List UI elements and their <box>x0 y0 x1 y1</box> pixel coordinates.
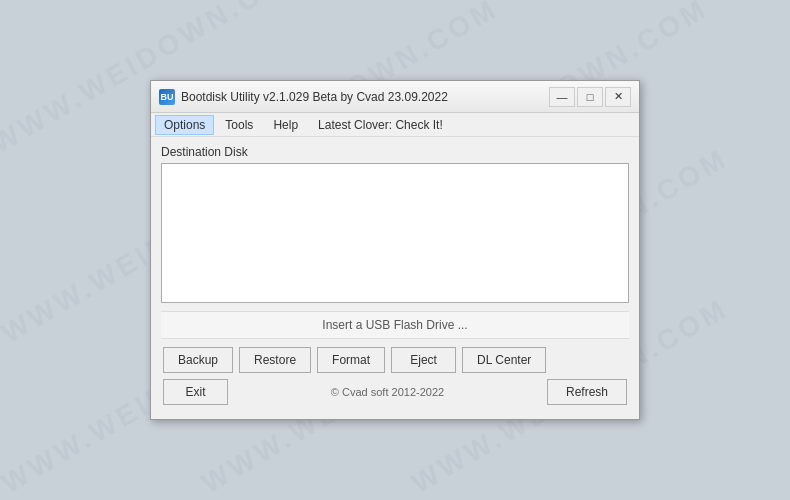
button-row-1: Backup Restore Format Eject DL Center <box>161 347 629 373</box>
copyright-text: © Cvad soft 2012-2022 <box>234 386 541 398</box>
refresh-button[interactable]: Refresh <box>547 379 627 405</box>
disk-section-label: Destination Disk <box>161 145 629 159</box>
dl-center-button[interactable]: DL Center <box>462 347 546 373</box>
menu-bar: Options Tools Help Latest Clover: Check … <box>151 113 639 137</box>
backup-button[interactable]: Backup <box>163 347 233 373</box>
app-icon: BU <box>159 89 175 105</box>
minimize-button[interactable]: — <box>549 87 575 107</box>
restore-button[interactable]: Restore <box>239 347 311 373</box>
format-button[interactable]: Format <box>317 347 385 373</box>
menu-item-tools[interactable]: Tools <box>216 115 262 135</box>
menu-item-help[interactable]: Help <box>264 115 307 135</box>
window-title: Bootdisk Utility v2.1.029 Beta by Cvad 2… <box>181 90 448 104</box>
close-button[interactable]: ✕ <box>605 87 631 107</box>
eject-button[interactable]: Eject <box>391 347 456 373</box>
insert-label: Insert a USB Flash Drive ... <box>161 311 629 339</box>
disk-list-box[interactable] <box>161 163 629 303</box>
exit-button[interactable]: Exit <box>163 379 228 405</box>
menu-item-options[interactable]: Options <box>155 115 214 135</box>
content-area: Destination Disk Insert a USB Flash Driv… <box>151 137 639 419</box>
app-window: BU Bootdisk Utility v2.1.029 Beta by Cva… <box>150 80 640 420</box>
title-bar: BU Bootdisk Utility v2.1.029 Beta by Cva… <box>151 81 639 113</box>
menu-item-clover[interactable]: Latest Clover: Check It! <box>309 115 452 135</box>
maximize-button[interactable]: □ <box>577 87 603 107</box>
title-bar-left: BU Bootdisk Utility v2.1.029 Beta by Cva… <box>159 89 448 105</box>
title-controls: — □ ✕ <box>549 87 631 107</box>
button-row-2: Exit © Cvad soft 2012-2022 Refresh <box>161 379 629 405</box>
